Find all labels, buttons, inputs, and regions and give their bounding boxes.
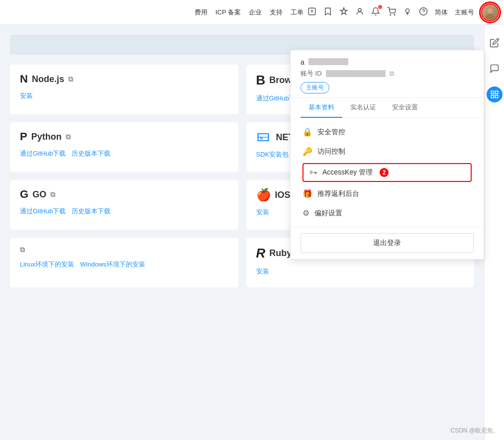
ruby-logo: R (256, 246, 266, 261)
user-avatar[interactable] (481, 3, 499, 21)
menu-referral[interactable]: 🎁 推荐返利后台 (291, 184, 484, 203)
security-control-label: 安全管控 (317, 128, 345, 137)
go-links: 通过GitHub下载 历史版本下载 (20, 207, 228, 216)
nav-lang[interactable]: 简体 (435, 8, 448, 17)
python-github-link[interactable]: 通过GitHub下载 (20, 149, 66, 158)
nav-items: 费用 ICP 备案 企业 支持 工单 (195, 8, 303, 17)
sdk-go-title: G GO ⧉ (20, 188, 228, 201)
python-history-link[interactable]: 历史版本下载 (72, 149, 110, 158)
dropdown-panel: a 账号 ID ⧉ 主账号 基本资料 实名认证 安全设置 🔒 安全管控 (290, 50, 484, 260)
file-icon[interactable] (307, 7, 316, 18)
help-icon[interactable] (419, 7, 428, 18)
referral-label: 推荐返利后台 (317, 189, 359, 198)
pin-icon[interactable] (339, 7, 348, 18)
svg-point-5 (394, 14, 395, 15)
primary-account-badge[interactable]: 主账号 (301, 82, 329, 93)
watermark: CSDN @欧尼焦。 (450, 427, 499, 435)
nav-ticket[interactable]: 工单 (291, 8, 303, 17)
menu-accesskey[interactable]: 🗝 AccessKey 管理 2 (302, 163, 472, 182)
accesskey-label: AccessKey 管理 (322, 168, 373, 177)
python-links: 通过GitHub下载 历史版本下载 (20, 149, 228, 158)
other-linux-link[interactable]: Linux环境下的安装 (20, 260, 74, 269)
preferences-icon: ⚙ (302, 208, 309, 218)
edit-icon[interactable] (487, 35, 503, 51)
menu-security-control[interactable]: 🔒 安全管控 (291, 122, 484, 142)
svg-point-6 (405, 8, 409, 12)
python-copy-icon[interactable]: ⧉ (66, 133, 71, 141)
menu-access-control[interactable]: 🔑 访问控制 (291, 142, 484, 161)
username-a: a (301, 58, 305, 66)
accesskey-badge: 2 (380, 168, 389, 177)
tab-security[interactable]: 安全设置 (384, 98, 426, 118)
nav-icp[interactable]: ICP 备案 (215, 8, 241, 17)
main-content: N Node.js ⧉ 安装 B Browser.js ⧉ 通过GitHub下 (0, 25, 504, 440)
account-id-row: 账号 ID ⧉ (301, 69, 474, 78)
nav-account-label[interactable]: 主账号 (455, 8, 474, 17)
python-logo: P (20, 130, 27, 143)
top-navigation: 费用 ICP 备案 企业 支持 工单 (0, 0, 504, 25)
nodejs-copy-icon[interactable]: ⧉ (68, 75, 73, 84)
ios-install-link[interactable]: 安装 (256, 208, 269, 217)
notification-badge (378, 5, 382, 9)
sdk-card-nodejs: N Node.js ⧉ 安装 (10, 65, 238, 114)
net-sdk-link[interactable]: SDK安装包 (256, 150, 289, 159)
ios-label: IOS (275, 190, 291, 200)
nav-icon-group: 简体 主账号 (307, 3, 499, 21)
dropdown-header: a 账号 ID ⧉ 主账号 (291, 50, 484, 98)
nodejs-install-link[interactable]: 安装 (20, 91, 33, 100)
sdk-python-title: P Python ⧉ (20, 130, 228, 143)
svg-rect-14 (491, 95, 494, 98)
go-github-link[interactable]: 通过GitHub下载 (20, 207, 66, 216)
ios-logo: 🍎 (256, 188, 271, 202)
access-control-icon: 🔑 (302, 147, 312, 156)
sdk-nodejs-title: N Node.js ⧉ (20, 73, 228, 86)
bulb-icon[interactable] (403, 7, 412, 18)
user-icon[interactable] (355, 7, 364, 18)
nav-support[interactable]: 支持 (270, 8, 283, 17)
cart-icon[interactable] (387, 7, 396, 18)
bookmark-icon[interactable] (323, 7, 332, 18)
account-id-label: 账号 ID (301, 69, 322, 78)
other-links: Linux环境下的安装 Windows环境下的安装 (20, 260, 228, 269)
net-logo: N (256, 130, 270, 144)
nav-fees[interactable]: 费用 (195, 8, 207, 17)
accesskey-container: 🗝 AccessKey 管理 2 (291, 161, 484, 184)
preferences-label: 偏好设置 (314, 209, 342, 218)
nav-enterprise[interactable]: 企业 (249, 8, 262, 17)
logout-button[interactable]: 退出登录 (301, 233, 474, 253)
sdk-card-go: G GO ⧉ 通过GitHub下载 历史版本下载 (10, 180, 238, 230)
dropdown-footer: 退出登录 (291, 227, 484, 259)
dropdown-username: a (301, 58, 474, 66)
username-blurred (308, 58, 348, 65)
sdk-other-title: ⧉ (20, 246, 228, 254)
ruby-label: Ruby (269, 248, 292, 259)
other-copy-icon[interactable]: ⧉ (20, 246, 25, 254)
svg-point-4 (390, 14, 391, 15)
copy-id-icon[interactable]: ⧉ (390, 70, 394, 78)
browserjs-logo: B (256, 73, 266, 88)
svg-point-10 (486, 13, 495, 19)
go-copy-icon[interactable]: ⧉ (50, 190, 55, 199)
nodejs-label: Node.js (32, 74, 64, 85)
avatar-image (482, 4, 498, 20)
go-history-link[interactable]: 历史版本下载 (72, 207, 110, 216)
ruby-install-link[interactable]: 安装 (256, 267, 269, 276)
dropdown-menu: 🔒 安全管控 🔑 访问控制 🗝 AccessKey 管理 2 🎁 推荐返利后台 (291, 118, 484, 227)
bell-icon[interactable] (371, 7, 380, 18)
python-label: Python (31, 132, 62, 142)
tab-real-name[interactable]: 实名认证 (342, 98, 384, 118)
apps-icon[interactable] (487, 87, 503, 102)
menu-preferences[interactable]: ⚙ 偏好设置 (291, 203, 484, 223)
right-sidebar (484, 25, 504, 440)
dropdown-tabs: 基本资料 实名认证 安全设置 (291, 98, 484, 118)
svg-rect-13 (495, 91, 498, 93)
accesskey-icon: 🗝 (309, 168, 317, 177)
tab-basic-info[interactable]: 基本资料 (301, 98, 342, 118)
ruby-links: 安装 (256, 267, 465, 276)
chat-icon[interactable] (487, 61, 503, 77)
svg-point-9 (488, 8, 493, 13)
other-windows-link[interactable]: Windows环境下的安装 (80, 260, 145, 269)
go-label: GO (32, 189, 46, 200)
sdk-card-other: ⧉ Linux环境下的安装 Windows环境下的安装 (10, 238, 238, 287)
go-logo: G (20, 188, 28, 201)
